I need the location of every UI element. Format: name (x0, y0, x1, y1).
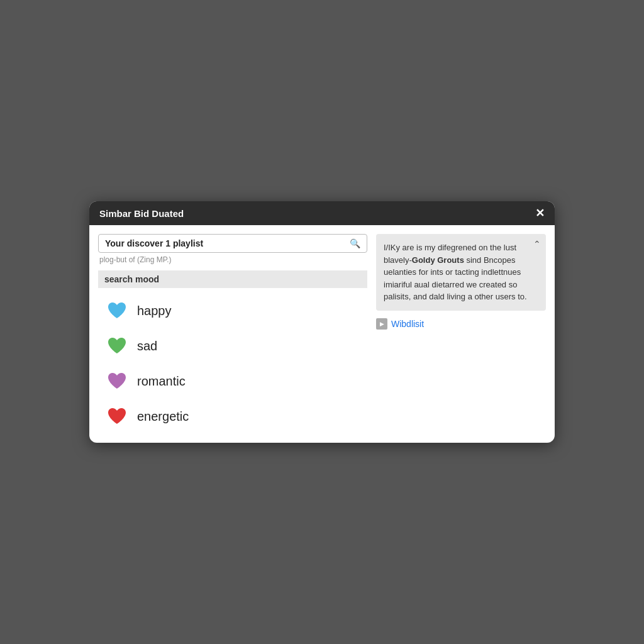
romantic-label: romantic (137, 374, 186, 389)
mood-list: happy sad romantic energetic (98, 293, 367, 434)
search-icon: 🔍 (350, 238, 360, 248)
app-window: Simbar Bid Duated ✕ 🔍 plog-but of (Zing … (89, 201, 555, 443)
search-box: 🔍 (98, 234, 367, 253)
link-row: Wibdlisit (376, 318, 546, 330)
collapse-button[interactable]: ⌃ (533, 239, 541, 249)
close-button[interactable]: ✕ (535, 208, 545, 219)
romantic-heart-icon (106, 370, 128, 392)
sad-label: sad (137, 339, 157, 353)
info-box: ⌃ I/IKy are is my difegrened on the lust… (376, 234, 546, 311)
energetic-heart-icon (106, 405, 128, 428)
info-text: I/IKy are is my difegrened on the lust b… (384, 242, 538, 303)
mood-item-happy[interactable]: happy (101, 293, 365, 328)
section-header: search mood (98, 270, 367, 288)
search-subtitle: plog-but of (Zing MP.) (98, 255, 367, 264)
content-area: 🔍 plog-but of (Zing MP.) search mood hap… (89, 225, 555, 443)
wibdlisit-link[interactable]: Wibdlisit (391, 319, 424, 329)
mood-item-romantic[interactable]: romantic (101, 364, 365, 399)
left-panel: 🔍 plog-but of (Zing MP.) search mood hap… (98, 234, 367, 434)
search-input[interactable] (105, 238, 350, 248)
sad-heart-icon (106, 335, 128, 357)
window-title: Simbar Bid Duated (99, 208, 184, 219)
titlebar: Simbar Bid Duated ✕ (89, 201, 555, 225)
happy-heart-icon (106, 299, 128, 322)
mood-item-sad[interactable]: sad (101, 328, 365, 364)
right-panel: ⌃ I/IKy are is my difegrened on the lust… (376, 234, 546, 434)
energetic-label: energetic (137, 409, 189, 424)
play-icon (376, 318, 387, 330)
mood-item-energetic[interactable]: energetic (101, 399, 365, 434)
happy-label: happy (137, 304, 172, 318)
